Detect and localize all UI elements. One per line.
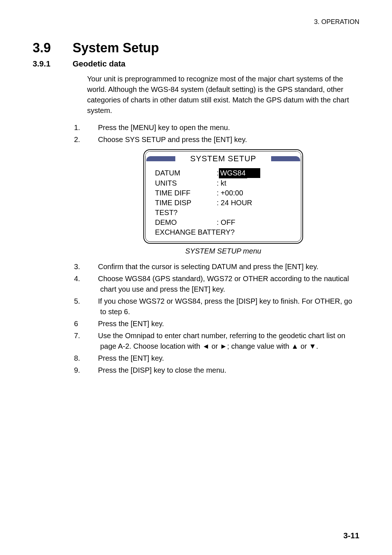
step-4: 4.Choose WGS84 (GPS standard), WGS72 or … [87, 274, 359, 295]
menu-title-bar-right [271, 156, 300, 161]
menu-title: SYSTEM SETUP [175, 153, 271, 165]
menu-row-timediff: TIME DIFF : +00:00 [155, 188, 293, 198]
step-7: 7.Use the Omnipad to enter chart number,… [87, 331, 359, 352]
chapter-header: 3. OPERATION [33, 18, 359, 26]
step-6: 6Press the [ENT] key. [87, 319, 359, 329]
section-heading: 3.9System Setup [33, 40, 359, 56]
menu-row-timedisp: TIME DISP : 24 HOUR [155, 198, 293, 208]
menu-row-datum: DATUM :WGS84 [155, 168, 293, 178]
section-number: 3.9 [33, 40, 73, 56]
menu-row-test: TEST? [155, 208, 293, 218]
step-9: 9.Press the [DISP] key to close the menu… [87, 365, 359, 376]
subsection-title: Geodetic data [73, 59, 125, 68]
step-3: 3.Confirm that the cursor is selecting D… [87, 262, 359, 272]
step-5: 5.If you chose WGS72 or WGS84, press the… [87, 296, 359, 317]
menu-row-units: UNITS : kt [155, 178, 293, 188]
menu-row-exchange-battery: EXCHANGE BATTERY? [155, 227, 293, 237]
menu-caption: SYSTEM SETUP menu [87, 246, 359, 256]
step-2: 2.Choose SYS SETUP and press the [ENT] k… [87, 134, 359, 145]
menu-row-demo: DEMO : OFF [155, 218, 293, 227]
subsection-heading: 3.9.1Geodetic data [33, 59, 359, 69]
menu-datum-selected: WGS84 [219, 168, 247, 178]
page-number: 3-11 [343, 531, 359, 540]
menu-title-row: SYSTEM SETUP [146, 151, 301, 167]
steps-list-a: 1.Press the [MENU] key to open the menu.… [87, 122, 359, 145]
intro-paragraph: Your unit is preprogrammed to recognize … [87, 74, 359, 116]
section-title: System Setup [73, 40, 159, 55]
step-8: 8.Press the [ENT] key. [87, 353, 359, 364]
system-setup-menu-figure: SYSTEM SETUP DATUM :WGS84 UNITS : kt [143, 149, 303, 244]
menu-title-bar-left [146, 156, 175, 161]
step-1: 1.Press the [MENU] key to open the menu. [87, 122, 359, 133]
subsection-number: 3.9.1 [33, 59, 73, 69]
steps-list-b: 3.Confirm that the cursor is selecting D… [87, 262, 359, 376]
